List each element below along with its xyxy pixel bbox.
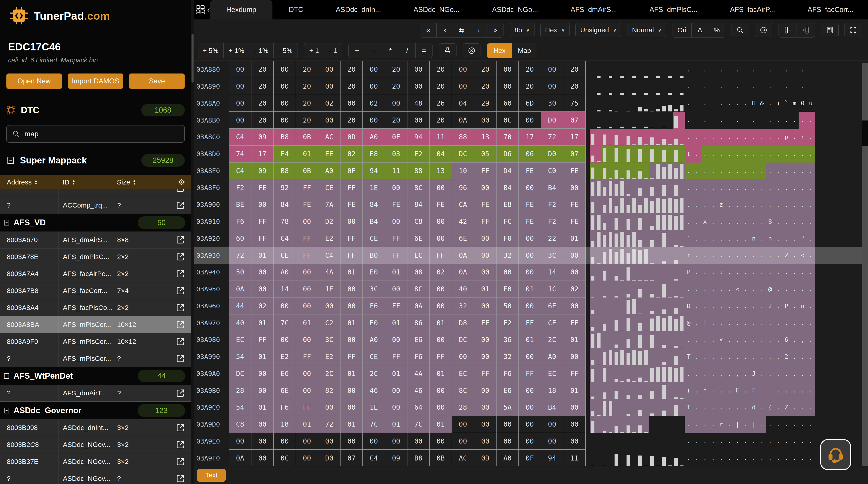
ascii-char-cell[interactable]: . — [717, 281, 725, 298]
hex-byte-cell[interactable]: FE — [563, 196, 586, 213]
hex-byte-cell[interactable]: A0 — [363, 331, 385, 348]
ascii-char-cell[interactable]: . — [782, 78, 790, 95]
ascii-char-cell[interactable]: . — [807, 163, 815, 180]
hex-byte-cell[interactable]: A0 — [541, 348, 563, 365]
ascii-char-cell[interactable]: . — [709, 399, 717, 416]
hex-byte-cell[interactable]: 20 — [385, 61, 407, 78]
map-group-header[interactable]: AFS_WtPenDet44 — [0, 367, 191, 385]
viz-byte-cell[interactable] — [643, 61, 649, 78]
viz-byte-cell[interactable] — [608, 112, 613, 129]
ascii-char-cell[interactable]: . — [766, 416, 774, 433]
ascii-char-cell[interactable]: . — [782, 264, 790, 281]
ascii-char-cell[interactable]: n — [701, 382, 709, 399]
ascii-char-cell[interactable]: . — [758, 348, 766, 365]
viz-byte-cell[interactable] — [608, 382, 613, 399]
ascii-char-cell[interactable]: p — [782, 129, 790, 146]
ascii-char-cell[interactable]: . — [734, 331, 742, 348]
viz-byte-cell[interactable] — [637, 281, 643, 298]
hex-byte-cell[interactable]: 00 — [229, 78, 251, 95]
hex-byte-cell[interactable]: 20 — [474, 61, 497, 78]
hex-byte-cell[interactable]: 75 — [563, 95, 586, 112]
fullscreen-button[interactable] — [844, 23, 862, 37]
viz-byte-cell[interactable] — [590, 315, 595, 331]
hex-byte-cell[interactable]: FF — [251, 230, 274, 247]
viz-byte-cell[interactable] — [625, 247, 631, 264]
open-map-icon[interactable] — [175, 200, 186, 211]
viz-byte-cell[interactable] — [602, 146, 608, 163]
ascii-char-cell[interactable]: . — [693, 298, 701, 315]
ascii-char-cell[interactable]: . — [750, 331, 758, 348]
ascii-char-cell[interactable]: . — [750, 163, 758, 180]
hex-byte-cell[interactable]: 82 — [318, 382, 341, 399]
ascii-char-cell[interactable]: . — [774, 382, 782, 399]
viz-byte-cell[interactable] — [631, 315, 637, 331]
open-map-icon[interactable] — [175, 268, 186, 279]
hex-byte-cell[interactable]: B4 — [497, 179, 519, 196]
ascii-char-cell[interactable]: . — [685, 450, 693, 466]
viz-byte-cell[interactable] — [649, 416, 655, 433]
viz-byte-cell[interactable] — [595, 78, 601, 95]
viz-byte-cell[interactable] — [643, 247, 649, 264]
viz-byte-cell[interactable] — [613, 179, 619, 196]
ascii-char-cell[interactable]: . — [766, 61, 774, 78]
ascii-char-cell[interactable]: . — [807, 264, 815, 281]
hex-byte-cell[interactable]: 72 — [229, 247, 251, 264]
hex-byte-cell[interactable]: 01 — [563, 331, 586, 348]
viz-byte-cell[interactable] — [625, 78, 631, 95]
open-map-icon[interactable] — [175, 252, 186, 262]
tab-map[interactable]: AFS_facAirP... — [714, 0, 791, 20]
viz-byte-cell[interactable] — [643, 348, 649, 365]
viz-byte-cell[interactable] — [667, 264, 673, 281]
viz-byte-cell[interactable] — [631, 95, 637, 112]
hex-byte-cell[interactable]: C4 — [229, 129, 251, 146]
hex-byte-cell[interactable]: 18 — [274, 416, 296, 433]
viz-byte-cell[interactable] — [613, 129, 619, 146]
viz-byte-cell[interactable] — [637, 298, 643, 315]
viz-byte-cell[interactable] — [619, 112, 625, 129]
map-view-toggle-button[interactable]: Map — [512, 43, 537, 58]
ascii-char-cell[interactable]: . — [774, 129, 782, 146]
ascii-char-cell[interactable]: . — [693, 331, 701, 348]
viz-byte-cell[interactable] — [667, 365, 673, 382]
ascii-char-cell[interactable]: . — [758, 298, 766, 315]
hex-byte-cell[interactable]: 00 — [341, 95, 363, 112]
viz-byte-cell[interactable] — [590, 399, 595, 416]
ascii-char-cell[interactable]: . — [685, 179, 693, 196]
viz-byte-cell[interactable] — [679, 78, 685, 95]
viz-byte-cell[interactable] — [649, 213, 655, 230]
viz-byte-cell[interactable] — [643, 264, 649, 281]
map-group-header[interactable]: AFS_VD50 — [0, 214, 191, 231]
ascii-char-cell[interactable]: . — [693, 281, 701, 298]
hex-byte-cell[interactable]: E2 — [497, 315, 519, 331]
viz-byte-cell[interactable] — [667, 146, 673, 163]
hex-byte-cell[interactable]: 09 — [251, 129, 274, 146]
viz-byte-cell[interactable] — [679, 382, 685, 399]
viz-byte-cell[interactable] — [673, 112, 679, 129]
hex-byte-cell[interactable]: 70 — [497, 129, 519, 146]
hex-byte-cell[interactable]: 00 — [430, 298, 452, 315]
viz-byte-cell[interactable] — [661, 95, 667, 112]
hex-byte-cell[interactable]: 00 — [519, 112, 541, 129]
ascii-char-cell[interactable]: . — [766, 163, 774, 180]
ascii-char-cell[interactable]: . — [807, 450, 815, 466]
ascii-char-cell[interactable]: . — [758, 179, 766, 196]
ascii-char-cell[interactable]: . — [758, 416, 766, 433]
ascii-char-cell[interactable]: . — [790, 247, 799, 264]
ascii-char-cell[interactable]: . — [734, 264, 742, 281]
ascii-char-cell[interactable]: . — [734, 348, 742, 365]
hex-byte-cell[interactable]: 01 — [296, 315, 318, 331]
viz-byte-cell[interactable] — [649, 399, 655, 416]
ascii-char-cell[interactable]: n — [750, 230, 758, 247]
viz-byte-cell[interactable] — [667, 433, 673, 450]
hex-byte-cell[interactable]: C8 — [407, 213, 430, 230]
hex-byte-cell[interactable]: FF — [519, 365, 541, 382]
ascii-char-cell[interactable] — [758, 61, 766, 78]
ascii-char-cell[interactable]: . — [693, 365, 701, 382]
hex-byte-cell[interactable]: C4 — [229, 163, 251, 180]
ascii-char-cell[interactable]: . — [782, 416, 790, 433]
open-new-button[interactable]: Open New — [6, 73, 62, 89]
viz-byte-cell[interactable] — [602, 416, 608, 433]
viz-byte-cell[interactable] — [590, 348, 595, 365]
first-page-button[interactable]: « — [420, 23, 437, 37]
size-column-header[interactable]: Size▲▼ — [113, 179, 178, 186]
